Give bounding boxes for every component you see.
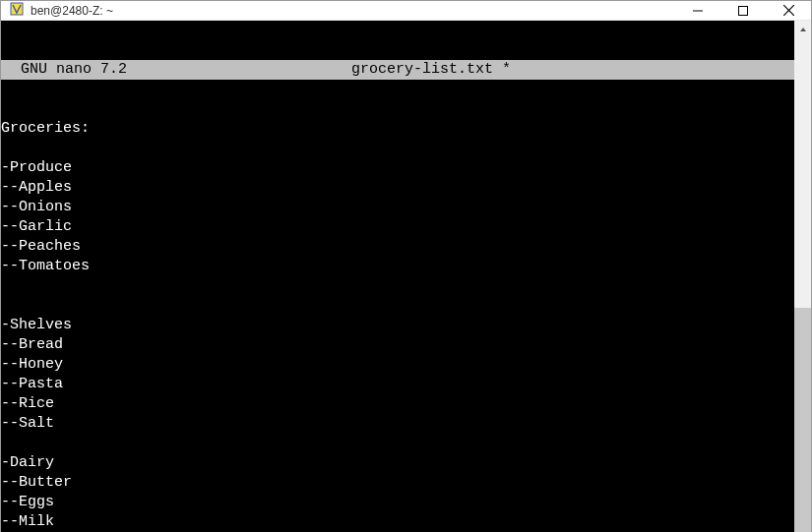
- editor-line: --Pasta: [1, 375, 794, 394]
- editor-line: [1, 139, 794, 158]
- editor-line: [1, 434, 794, 453]
- nano-app-label: GNU nano 7.2: [1, 60, 127, 80]
- editor-line: --Tomatoes: [1, 257, 794, 276]
- close-button[interactable]: [766, 1, 811, 20]
- app-icon: [9, 1, 25, 20]
- svg-marker-5: [800, 28, 806, 31]
- editor-line: --Onions: [1, 198, 794, 217]
- titlebar-left: ben@2480-Z: ~: [1, 1, 113, 20]
- nano-header: GNU nano 7.2 grocery-list.txt *: [1, 60, 794, 80]
- maximize-icon: [738, 6, 748, 16]
- close-icon: [783, 5, 794, 16]
- editor-line: -Dairy: [1, 453, 794, 473]
- editor-line: [1, 296, 794, 316]
- editor-line: --Apples: [1, 178, 794, 198]
- editor-line: --Butter: [1, 473, 794, 493]
- scroll-track[interactable]: [794, 37, 811, 532]
- svg-rect-2: [739, 6, 748, 15]
- maximize-button[interactable]: [720, 1, 766, 20]
- scroll-up-button[interactable]: [794, 21, 811, 37]
- editor-line: --Rice: [1, 394, 794, 414]
- editor-line: Groceries:: [1, 119, 794, 139]
- editor-line: --Eggs: [1, 493, 794, 512]
- editor-line: [1, 276, 794, 296]
- nano-filename: grocery-list.txt *: [127, 60, 735, 80]
- chevron-up-icon: [799, 26, 807, 33]
- minimize-icon: [693, 6, 703, 16]
- editor-line: --Garlic: [1, 217, 794, 237]
- minimize-button[interactable]: [675, 1, 720, 20]
- editor-line: --Peaches: [1, 237, 794, 257]
- editor-line: --Bread: [1, 335, 794, 355]
- window-controls: [675, 1, 811, 20]
- editor-content: Groceries: -Produce--Apples--Onions--Gar…: [1, 119, 794, 532]
- app-window: ben@2480-Z: ~ GNU nano 7.2 grocery-list.…: [0, 0, 812, 532]
- editor-line: --Milk: [1, 512, 794, 532]
- editor-line: -Shelves: [1, 316, 794, 335]
- nano-header-right: [735, 60, 794, 80]
- editor-line: --Honey: [1, 355, 794, 375]
- editor-line: --Salt: [1, 414, 794, 434]
- terminal-wrap: GNU nano 7.2 grocery-list.txt * Grocerie…: [1, 21, 811, 532]
- scroll-thumb[interactable]: [794, 308, 811, 532]
- terminal[interactable]: GNU nano 7.2 grocery-list.txt * Grocerie…: [1, 21, 794, 532]
- scrollbar[interactable]: [794, 21, 811, 532]
- titlebar[interactable]: ben@2480-Z: ~: [1, 1, 811, 21]
- window-title: ben@2480-Z: ~: [31, 4, 113, 18]
- editor-line: -Produce: [1, 158, 794, 178]
